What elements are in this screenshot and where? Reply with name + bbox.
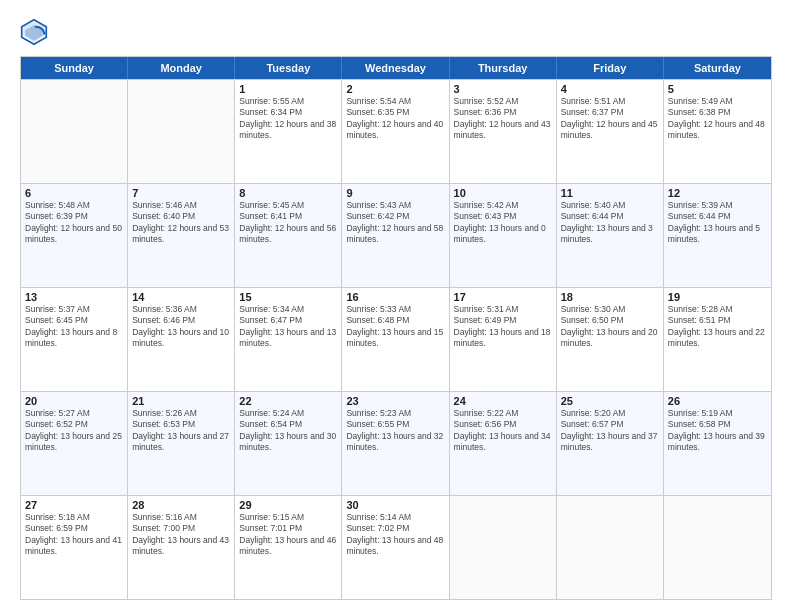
- weekday-header: Tuesday: [235, 57, 342, 79]
- day-number: 24: [454, 395, 552, 407]
- day-info: Sunrise: 5:28 AM Sunset: 6:51 PM Dayligh…: [668, 304, 767, 350]
- day-number: 28: [132, 499, 230, 511]
- day-info: Sunrise: 5:49 AM Sunset: 6:38 PM Dayligh…: [668, 96, 767, 142]
- weekday-header: Saturday: [664, 57, 771, 79]
- weekday-header: Friday: [557, 57, 664, 79]
- day-info: Sunrise: 5:54 AM Sunset: 6:35 PM Dayligh…: [346, 96, 444, 142]
- day-number: 9: [346, 187, 444, 199]
- calendar-cell: 15Sunrise: 5:34 AM Sunset: 6:47 PM Dayli…: [235, 288, 342, 391]
- day-number: 20: [25, 395, 123, 407]
- day-number: 15: [239, 291, 337, 303]
- day-info: Sunrise: 5:43 AM Sunset: 6:42 PM Dayligh…: [346, 200, 444, 246]
- day-info: Sunrise: 5:55 AM Sunset: 6:34 PM Dayligh…: [239, 96, 337, 142]
- day-number: 29: [239, 499, 337, 511]
- day-info: Sunrise: 5:27 AM Sunset: 6:52 PM Dayligh…: [25, 408, 123, 454]
- day-number: 1: [239, 83, 337, 95]
- calendar-cell: 1Sunrise: 5:55 AM Sunset: 6:34 PM Daylig…: [235, 80, 342, 183]
- calendar-cell: 9Sunrise: 5:43 AM Sunset: 6:42 PM Daylig…: [342, 184, 449, 287]
- day-info: Sunrise: 5:36 AM Sunset: 6:46 PM Dayligh…: [132, 304, 230, 350]
- day-number: 6: [25, 187, 123, 199]
- day-number: 16: [346, 291, 444, 303]
- day-info: Sunrise: 5:51 AM Sunset: 6:37 PM Dayligh…: [561, 96, 659, 142]
- calendar-cell: 27Sunrise: 5:18 AM Sunset: 6:59 PM Dayli…: [21, 496, 128, 599]
- day-number: 14: [132, 291, 230, 303]
- day-number: 30: [346, 499, 444, 511]
- calendar-row: 20Sunrise: 5:27 AM Sunset: 6:52 PM Dayli…: [21, 391, 771, 495]
- calendar-cell: [664, 496, 771, 599]
- page: SundayMondayTuesdayWednesdayThursdayFrid…: [0, 0, 792, 612]
- day-info: Sunrise: 5:37 AM Sunset: 6:45 PM Dayligh…: [25, 304, 123, 350]
- day-number: 13: [25, 291, 123, 303]
- calendar-cell: 20Sunrise: 5:27 AM Sunset: 6:52 PM Dayli…: [21, 392, 128, 495]
- day-info: Sunrise: 5:20 AM Sunset: 6:57 PM Dayligh…: [561, 408, 659, 454]
- day-info: Sunrise: 5:40 AM Sunset: 6:44 PM Dayligh…: [561, 200, 659, 246]
- calendar-cell: 18Sunrise: 5:30 AM Sunset: 6:50 PM Dayli…: [557, 288, 664, 391]
- calendar-cell: 2Sunrise: 5:54 AM Sunset: 6:35 PM Daylig…: [342, 80, 449, 183]
- calendar-cell: [450, 496, 557, 599]
- weekday-header: Sunday: [21, 57, 128, 79]
- day-info: Sunrise: 5:33 AM Sunset: 6:48 PM Dayligh…: [346, 304, 444, 350]
- calendar-cell: 28Sunrise: 5:16 AM Sunset: 7:00 PM Dayli…: [128, 496, 235, 599]
- day-info: Sunrise: 5:26 AM Sunset: 6:53 PM Dayligh…: [132, 408, 230, 454]
- calendar-cell: 23Sunrise: 5:23 AM Sunset: 6:55 PM Dayli…: [342, 392, 449, 495]
- day-number: 23: [346, 395, 444, 407]
- day-number: 3: [454, 83, 552, 95]
- calendar-cell: 19Sunrise: 5:28 AM Sunset: 6:51 PM Dayli…: [664, 288, 771, 391]
- day-number: 21: [132, 395, 230, 407]
- calendar: SundayMondayTuesdayWednesdayThursdayFrid…: [20, 56, 772, 600]
- calendar-cell: 17Sunrise: 5:31 AM Sunset: 6:49 PM Dayli…: [450, 288, 557, 391]
- day-number: 17: [454, 291, 552, 303]
- calendar-cell: 26Sunrise: 5:19 AM Sunset: 6:58 PM Dayli…: [664, 392, 771, 495]
- day-number: 12: [668, 187, 767, 199]
- calendar-row: 6Sunrise: 5:48 AM Sunset: 6:39 PM Daylig…: [21, 183, 771, 287]
- day-info: Sunrise: 5:45 AM Sunset: 6:41 PM Dayligh…: [239, 200, 337, 246]
- day-info: Sunrise: 5:39 AM Sunset: 6:44 PM Dayligh…: [668, 200, 767, 246]
- day-info: Sunrise: 5:46 AM Sunset: 6:40 PM Dayligh…: [132, 200, 230, 246]
- day-number: 27: [25, 499, 123, 511]
- calendar-cell: [128, 80, 235, 183]
- day-number: 19: [668, 291, 767, 303]
- day-number: 2: [346, 83, 444, 95]
- day-number: 8: [239, 187, 337, 199]
- calendar-cell: 4Sunrise: 5:51 AM Sunset: 6:37 PM Daylig…: [557, 80, 664, 183]
- day-info: Sunrise: 5:42 AM Sunset: 6:43 PM Dayligh…: [454, 200, 552, 246]
- day-info: Sunrise: 5:30 AM Sunset: 6:50 PM Dayligh…: [561, 304, 659, 350]
- day-info: Sunrise: 5:19 AM Sunset: 6:58 PM Dayligh…: [668, 408, 767, 454]
- calendar-row: 1Sunrise: 5:55 AM Sunset: 6:34 PM Daylig…: [21, 79, 771, 183]
- logo-icon: [20, 18, 48, 46]
- calendar-cell: 10Sunrise: 5:42 AM Sunset: 6:43 PM Dayli…: [450, 184, 557, 287]
- calendar-cell: 3Sunrise: 5:52 AM Sunset: 6:36 PM Daylig…: [450, 80, 557, 183]
- calendar-cell: 12Sunrise: 5:39 AM Sunset: 6:44 PM Dayli…: [664, 184, 771, 287]
- calendar-cell: 22Sunrise: 5:24 AM Sunset: 6:54 PM Dayli…: [235, 392, 342, 495]
- weekday-header: Monday: [128, 57, 235, 79]
- day-info: Sunrise: 5:31 AM Sunset: 6:49 PM Dayligh…: [454, 304, 552, 350]
- day-info: Sunrise: 5:52 AM Sunset: 6:36 PM Dayligh…: [454, 96, 552, 142]
- day-info: Sunrise: 5:16 AM Sunset: 7:00 PM Dayligh…: [132, 512, 230, 558]
- day-info: Sunrise: 5:22 AM Sunset: 6:56 PM Dayligh…: [454, 408, 552, 454]
- day-info: Sunrise: 5:48 AM Sunset: 6:39 PM Dayligh…: [25, 200, 123, 246]
- day-number: 4: [561, 83, 659, 95]
- day-info: Sunrise: 5:23 AM Sunset: 6:55 PM Dayligh…: [346, 408, 444, 454]
- calendar-cell: 13Sunrise: 5:37 AM Sunset: 6:45 PM Dayli…: [21, 288, 128, 391]
- day-number: 5: [668, 83, 767, 95]
- calendar-cell: 30Sunrise: 5:14 AM Sunset: 7:02 PM Dayli…: [342, 496, 449, 599]
- day-number: 11: [561, 187, 659, 199]
- day-info: Sunrise: 5:34 AM Sunset: 6:47 PM Dayligh…: [239, 304, 337, 350]
- day-info: Sunrise: 5:24 AM Sunset: 6:54 PM Dayligh…: [239, 408, 337, 454]
- calendar-cell: 24Sunrise: 5:22 AM Sunset: 6:56 PM Dayli…: [450, 392, 557, 495]
- calendar-cell: 6Sunrise: 5:48 AM Sunset: 6:39 PM Daylig…: [21, 184, 128, 287]
- calendar-cell: 16Sunrise: 5:33 AM Sunset: 6:48 PM Dayli…: [342, 288, 449, 391]
- calendar-cell: 14Sunrise: 5:36 AM Sunset: 6:46 PM Dayli…: [128, 288, 235, 391]
- day-info: Sunrise: 5:14 AM Sunset: 7:02 PM Dayligh…: [346, 512, 444, 558]
- logo: [20, 18, 52, 46]
- day-number: 22: [239, 395, 337, 407]
- day-number: 26: [668, 395, 767, 407]
- day-number: 25: [561, 395, 659, 407]
- weekday-header: Thursday: [450, 57, 557, 79]
- calendar-cell: 25Sunrise: 5:20 AM Sunset: 6:57 PM Dayli…: [557, 392, 664, 495]
- calendar-cell: 5Sunrise: 5:49 AM Sunset: 6:38 PM Daylig…: [664, 80, 771, 183]
- header: [20, 18, 772, 46]
- calendar-row: 13Sunrise: 5:37 AM Sunset: 6:45 PM Dayli…: [21, 287, 771, 391]
- calendar-cell: [557, 496, 664, 599]
- weekday-header: Wednesday: [342, 57, 449, 79]
